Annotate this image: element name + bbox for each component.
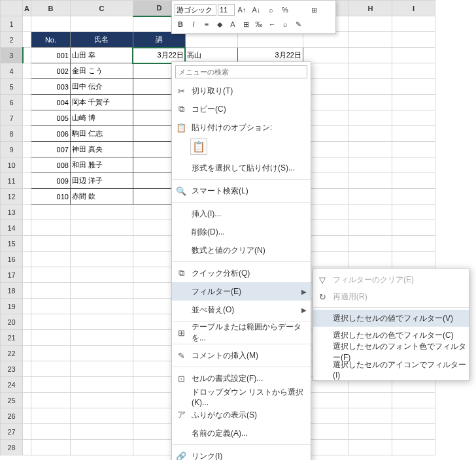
cell-A7[interactable] <box>23 110 31 126</box>
cell-C1[interactable] <box>70 16 133 32</box>
row-header-4[interactable]: 4 <box>1 63 23 79</box>
toolbar-btn[interactable]: A↑ <box>236 4 248 16</box>
row-header-3[interactable]: 3 <box>1 48 23 63</box>
cell-H2[interactable] <box>348 32 392 48</box>
cell-C26[interactable] <box>70 408 133 424</box>
toolbar-btn[interactable]: ⊞ <box>308 4 320 16</box>
cell-C18[interactable] <box>70 283 133 299</box>
menu-item[interactable]: 並べ替え(O)▶ <box>172 301 311 319</box>
cell-B10[interactable]: 008 <box>31 157 70 173</box>
row-header-12[interactable]: 12 <box>1 189 23 205</box>
cell-C25[interactable] <box>70 393 133 408</box>
cell-B24[interactable] <box>31 377 70 393</box>
cell-I4[interactable] <box>392 63 435 79</box>
cell-B14[interactable] <box>31 220 70 236</box>
row-header-6[interactable]: 6 <box>1 95 23 110</box>
toolbar-btn[interactable]: ← <box>266 18 278 30</box>
cell-B25[interactable] <box>31 393 70 408</box>
font-name-input[interactable] <box>175 4 216 16</box>
cell-C8[interactable]: 駒田 仁志 <box>70 126 133 142</box>
row-header-28[interactable]: 28 <box>1 440 23 455</box>
cell-B2[interactable]: No. <box>31 32 70 48</box>
cell-A20[interactable] <box>23 314 31 330</box>
row-header-13[interactable]: 13 <box>1 205 23 220</box>
cell-B21[interactable] <box>31 330 70 346</box>
toolbar-btn[interactable]: ゝ <box>294 4 305 16</box>
menu-item[interactable]: 名前の定義(A)... <box>172 424 311 442</box>
cell-I13[interactable] <box>392 205 435 220</box>
row-header-25[interactable]: 25 <box>1 393 23 408</box>
cell-H7[interactable] <box>348 110 392 126</box>
submenu-item[interactable]: 選択したセルのフォント色でフィルター(F) <box>313 344 469 361</box>
row-header-11[interactable]: 11 <box>1 173 23 189</box>
toolbar-btn[interactable]: ⌕ <box>279 18 291 30</box>
menu-item[interactable]: ドロップダウン リストから選択(K)... <box>172 387 311 406</box>
cell-C13[interactable] <box>70 205 133 220</box>
menu-item[interactable]: フィルター(E)▶ <box>172 282 311 301</box>
cell-B28[interactable] <box>31 440 70 455</box>
cell-A17[interactable] <box>23 267 31 283</box>
menu-item[interactable]: ⊞テーブルまたは範囲からデータを... <box>172 323 311 342</box>
cell-B17[interactable] <box>31 267 70 283</box>
cell-B19[interactable] <box>31 299 70 314</box>
row-header-14[interactable]: 14 <box>1 220 23 236</box>
col-header-A[interactable]: A <box>23 1 31 16</box>
cell-I9[interactable] <box>392 142 435 157</box>
cell-C22[interactable] <box>70 346 133 361</box>
cell-I16[interactable] <box>392 252 435 267</box>
cell-D2[interactable]: 講 <box>133 32 185 48</box>
cell-B26[interactable] <box>31 408 70 424</box>
cell-B16[interactable] <box>31 252 70 267</box>
toolbar-btn[interactable]: ‰ <box>253 18 265 30</box>
cell-H14[interactable] <box>348 220 392 236</box>
cell-A26[interactable] <box>23 408 31 424</box>
toolbar-btn[interactable]: ⊞ <box>240 18 252 30</box>
cell-A22[interactable] <box>23 346 31 361</box>
cell-G3[interactable] <box>303 48 348 63</box>
cell-C15[interactable] <box>70 236 133 252</box>
corner-cell[interactable] <box>1 1 23 16</box>
cell-A6[interactable] <box>23 95 31 110</box>
menu-item[interactable]: 形式を選択して貼り付け(S)... <box>172 159 311 177</box>
cell-I27[interactable] <box>392 424 435 440</box>
menu-item[interactable]: ⧉コピー(C) <box>172 100 311 118</box>
cell-C7[interactable]: 山崎 博 <box>70 110 133 126</box>
cell-I5[interactable] <box>392 79 435 95</box>
cell-B23[interactable] <box>31 361 70 377</box>
row-header-15[interactable]: 15 <box>1 236 23 252</box>
cell-H3[interactable] <box>348 48 392 63</box>
col-header-B[interactable]: B <box>31 1 70 16</box>
row-header-27[interactable]: 27 <box>1 424 23 440</box>
submenu-item[interactable]: 選択したセルのアイコンでフィルター(I) <box>313 361 469 378</box>
menu-item[interactable]: 挿入(I)... <box>172 205 311 223</box>
row-header-23[interactable]: 23 <box>1 361 23 377</box>
cell-B3[interactable]: 001 <box>31 48 70 63</box>
menu-search-input[interactable] <box>175 65 307 78</box>
toolbar-btn[interactable]: ◆ <box>214 18 226 30</box>
cell-H26[interactable] <box>348 408 392 424</box>
cell-C28[interactable] <box>70 440 133 455</box>
row-header-18[interactable]: 18 <box>1 283 23 299</box>
cell-B4[interactable]: 002 <box>31 63 70 79</box>
menu-item[interactable]: 📋貼り付けのオプション: <box>172 118 311 137</box>
row-header-10[interactable]: 10 <box>1 157 23 173</box>
cell-H9[interactable] <box>348 142 392 157</box>
cell-A5[interactable] <box>23 79 31 95</box>
cell-A3[interactable] <box>23 48 31 63</box>
cell-B6[interactable]: 004 <box>31 95 70 110</box>
cell-C5[interactable]: 田中 伝介 <box>70 79 133 95</box>
cell-C4[interactable]: 金田 こう <box>70 63 133 79</box>
cell-B5[interactable]: 003 <box>31 79 70 95</box>
cell-C11[interactable]: 田辺 洋子 <box>70 173 133 189</box>
cell-E2[interactable] <box>185 32 237 48</box>
row-header-19[interactable]: 19 <box>1 299 23 314</box>
cell-H16[interactable] <box>348 252 392 267</box>
cell-H13[interactable] <box>348 205 392 220</box>
cell-B13[interactable] <box>31 205 70 220</box>
cell-I12[interactable] <box>392 189 435 205</box>
cell-A4[interactable] <box>23 63 31 79</box>
cell-C14[interactable] <box>70 220 133 236</box>
cell-H15[interactable] <box>348 236 392 252</box>
cell-A25[interactable] <box>23 393 31 408</box>
menu-item[interactable]: アふりがなの表示(S) <box>172 406 311 424</box>
